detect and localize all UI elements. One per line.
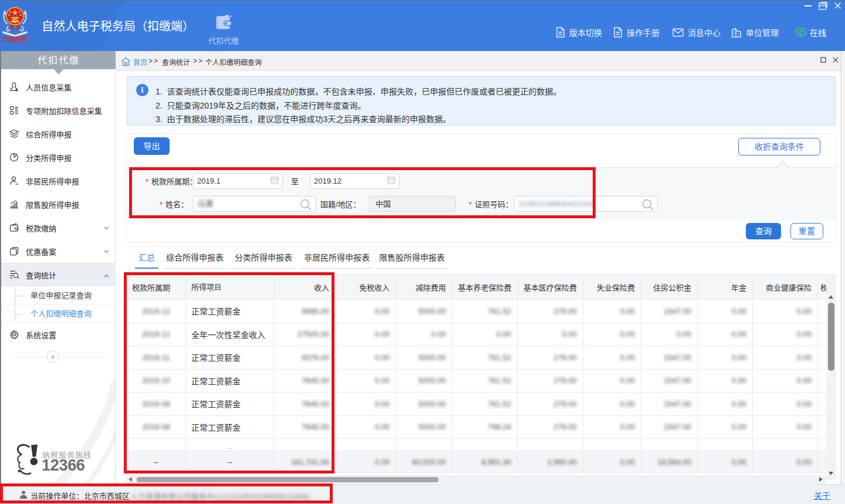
svg-text:中国税务: 中国税务 xyxy=(2,33,28,44)
